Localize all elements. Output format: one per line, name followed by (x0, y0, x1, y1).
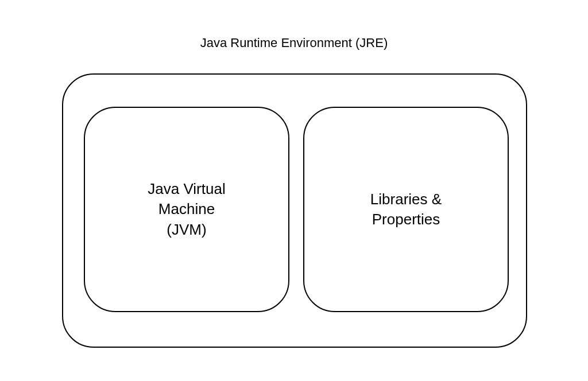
libraries-label: Libraries &Properties (370, 189, 442, 230)
diagram-title: Java Runtime Environment (JRE) (0, 36, 588, 50)
jre-container-box: Java VirtualMachine(JVM) Libraries &Prop… (62, 73, 527, 348)
jvm-label: Java VirtualMachine(JVM) (148, 179, 225, 239)
libraries-box: Libraries &Properties (303, 107, 509, 312)
jvm-box: Java VirtualMachine(JVM) (84, 107, 289, 312)
